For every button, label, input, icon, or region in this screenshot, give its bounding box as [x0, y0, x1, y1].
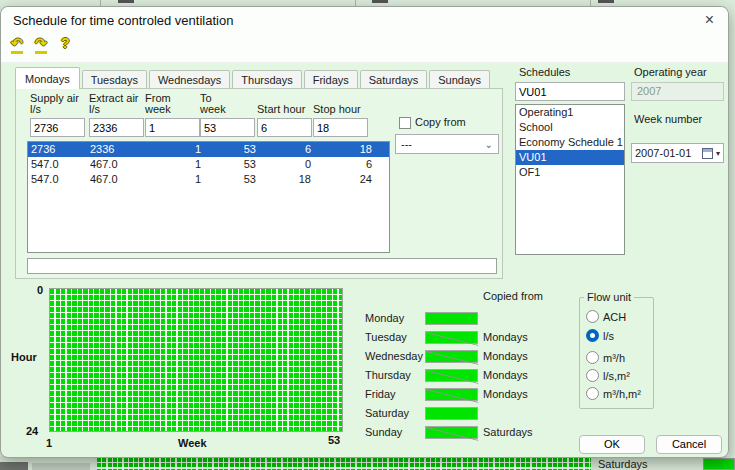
tab-thursdays[interactable]: Thursdays: [232, 70, 301, 89]
radio-label: ACH: [603, 311, 626, 323]
from-week-input[interactable]: [145, 118, 200, 137]
copied-from-value: Saturdays: [483, 426, 553, 439]
hour-axis-bottom: 24: [26, 425, 38, 437]
tab-tuesdays[interactable]: Tuesdays: [82, 70, 147, 89]
week-hour-grid: [49, 288, 343, 432]
copied-from-value: Mondays: [483, 369, 553, 382]
screen: Saturdays Schedule for time controled ve…: [0, 0, 735, 470]
extract-air-input[interactable]: [89, 118, 144, 137]
week-number-label: Week number: [634, 113, 702, 125]
radio-label: l/s: [603, 330, 614, 342]
schedule-item[interactable]: Economy Schedule 1: [516, 135, 624, 150]
friday-bar: [425, 388, 478, 401]
radio-lsm2[interactable]: l/s,m²: [586, 369, 630, 382]
thursday-bar: [425, 369, 478, 382]
week-number-datepicker[interactable]: 2007-01-01 ▾: [631, 143, 724, 163]
col-header-stop-hour: Stop hour: [313, 104, 361, 115]
row-cell: 53: [201, 172, 256, 187]
copied-from-value: Mondays: [483, 388, 553, 401]
radio-ach[interactable]: ACH: [586, 310, 626, 323]
schedule-item[interactable]: VU01: [516, 150, 624, 165]
row-cell: 6: [312, 157, 372, 172]
copied-from-header: Copied from: [483, 290, 543, 302]
radio-icon: [586, 387, 599, 400]
dropdown-arrow-icon: ▾: [716, 149, 720, 158]
week-axis-label: Week: [178, 437, 207, 449]
chevron-down-icon: ⌄: [485, 139, 493, 150]
copy-from-dropdown[interactable]: --- ⌄: [395, 134, 499, 154]
schedules-label: Schedules: [519, 66, 570, 78]
row-cell: 53: [201, 157, 256, 172]
to-week-input[interactable]: [200, 118, 255, 137]
row-cell: 467.0: [90, 157, 145, 172]
schedule-item[interactable]: Operating1: [516, 105, 624, 120]
flow-unit-group: Flow unit ACH l/s m³/h l/s,m² m³/h,m²: [579, 297, 654, 409]
tuesday-bar: [425, 331, 478, 344]
schedules-list: Operating1 School Economy Schedule 1 VU0…: [515, 104, 625, 255]
mondays-tab-page: Supply air l/s Extract air l/s From week…: [15, 88, 503, 279]
radio-m3h[interactable]: m³/h: [586, 351, 625, 364]
copy-from-value: ---: [401, 138, 412, 150]
schedule-row[interactable]: 2736 2336 1 53 6 18: [28, 142, 389, 157]
radio-label: l/s,m²: [603, 370, 630, 382]
cancel-button[interactable]: Cancel: [656, 435, 722, 454]
legend-day-label: Tuesday: [365, 331, 423, 344]
row-cell: 547.0: [31, 157, 86, 172]
tab-sundays[interactable]: Sundays: [429, 70, 490, 89]
background-week-grid-strip: [97, 458, 591, 470]
schedule-item[interactable]: School: [516, 120, 624, 135]
copy-from-label: Copy from: [415, 116, 466, 128]
col-header-supply-air-unit: l/s: [30, 104, 41, 115]
stop-hour-input[interactable]: [313, 118, 368, 137]
schedule-item[interactable]: OF1: [516, 165, 624, 180]
radio-ls[interactable]: l/s: [586, 329, 614, 342]
week-axis-left: 1: [46, 437, 52, 449]
row-cell: 0: [256, 157, 311, 172]
sunday-bar: [425, 426, 478, 439]
background-window-bottom: Saturdays: [0, 456, 735, 470]
comment-field[interactable]: [27, 258, 497, 274]
row-cell: 1: [146, 157, 201, 172]
col-header-from-week: week: [145, 104, 171, 115]
radio-icon: [586, 310, 599, 323]
tab-saturdays[interactable]: Saturdays: [360, 70, 428, 89]
operating-year-field: 2007: [631, 82, 724, 101]
supply-air-input[interactable]: [30, 118, 85, 137]
dialog-title: Schedule for time controled ventilation: [13, 13, 233, 28]
legend-day-label: Saturday: [365, 407, 423, 420]
undo-icon[interactable]: ↶: [11, 35, 23, 54]
row-cell: 1: [146, 142, 201, 157]
copied-from-value: Mondays: [483, 350, 553, 363]
radio-m3hm2[interactable]: m³/h,m²: [586, 387, 641, 400]
week-number-value: 2007-01-01: [635, 147, 691, 159]
legend-day-label: Thursday: [365, 369, 423, 382]
tab-wednesdays[interactable]: Wednesdays: [149, 70, 230, 89]
schedule-row[interactable]: 547.0 467.0 1 53 0 6: [28, 157, 389, 172]
background-day-bar: [703, 458, 735, 470]
ok-button[interactable]: OK: [579, 435, 645, 454]
copy-from-checkbox[interactable]: [399, 117, 411, 129]
radio-label: m³/h: [603, 352, 625, 364]
wednesday-bar: [425, 350, 478, 363]
calendar-icon: [702, 148, 713, 159]
redo-icon[interactable]: ↷: [35, 35, 47, 54]
schedule-name-input[interactable]: [515, 82, 625, 101]
help-icon[interactable]: ?: [61, 35, 70, 51]
row-cell: 2736: [31, 142, 86, 157]
background-scrollbar-thumb: [32, 463, 90, 470]
legend-day-label: Friday: [365, 388, 423, 401]
start-hour-input[interactable]: [257, 118, 312, 137]
background-window-right: [729, 0, 735, 470]
close-icon[interactable]: ×: [705, 11, 714, 29]
tab-fridays[interactable]: Fridays: [304, 70, 358, 89]
hour-axis-label: Hour: [11, 351, 37, 363]
tab-mondays[interactable]: Mondays: [15, 67, 80, 89]
row-cell: 18: [312, 142, 372, 157]
hour-axis-top: 0: [37, 284, 43, 296]
dialog-schedule-ventilation: Schedule for time controled ventilation …: [0, 6, 729, 458]
col-header-start-hour: Start hour: [257, 104, 305, 115]
schedule-row[interactable]: 547.0 467.0 1 53 18 24: [28, 172, 389, 187]
row-cell: 18: [256, 172, 311, 187]
legend-day-label: Wednesday: [365, 350, 423, 363]
background-scrollbar-corner: [0, 462, 28, 470]
